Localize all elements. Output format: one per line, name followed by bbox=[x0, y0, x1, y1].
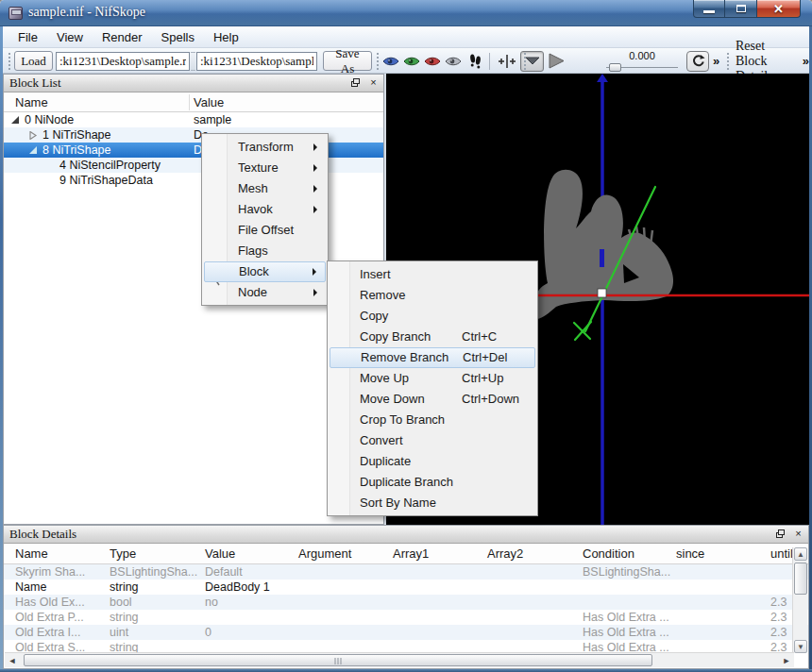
submenu-item-remove[interactable]: Remove bbox=[330, 285, 535, 306]
collapsed-arrow-icon[interactable] bbox=[29, 131, 38, 140]
close-button[interactable]: ✕ bbox=[757, 0, 801, 18]
loop-icon bbox=[691, 54, 705, 68]
vertical-scrollbar[interactable]: ▲ ▼ bbox=[792, 547, 807, 653]
submenu-item-copy[interactable]: Copy bbox=[330, 306, 535, 327]
toolbar-grip[interactable] bbox=[8, 52, 11, 70]
maximize-button[interactable] bbox=[725, 0, 757, 18]
table-row[interactable]: Name string DeadBody 1 bbox=[4, 580, 808, 595]
scroll-up-button[interactable]: ▲ bbox=[794, 547, 807, 561]
minimize-icon bbox=[703, 10, 715, 13]
block-details-panel: Block Details × Name Type Value Argument… bbox=[3, 525, 809, 669]
scrollbar-thumb[interactable] bbox=[794, 563, 807, 595]
scroll-down-button[interactable]: ▼ bbox=[794, 640, 807, 653]
menu-item-node[interactable]: Node bbox=[204, 282, 326, 303]
nifskope-window: sample.nif - NifSkope ✕ File View Render… bbox=[0, 0, 812, 672]
submenu-item-move-up[interactable]: Move UpCtrl+Up bbox=[330, 368, 535, 389]
toolbar-grip[interactable] bbox=[523, 52, 527, 70]
menu-item-havok[interactable]: Havok bbox=[204, 199, 326, 220]
vertex-mode-icon[interactable] bbox=[498, 54, 516, 69]
close-icon: × bbox=[370, 76, 376, 89]
scroll-right-button[interactable]: ► bbox=[781, 655, 792, 666]
submenu-arrow-icon bbox=[313, 206, 317, 213]
toolbar-grip[interactable] bbox=[376, 52, 380, 70]
submenu-item-duplicate-branch[interactable]: Duplicate Branch bbox=[330, 472, 535, 493]
menu-help[interactable]: Help bbox=[204, 28, 248, 46]
eye-gray-icon[interactable] bbox=[445, 56, 462, 67]
menu-item-transform[interactable]: Transform bbox=[204, 137, 326, 158]
block-details-titlebar[interactable]: Block Details × bbox=[4, 526, 808, 544]
menu-item-flags[interactable]: Flags bbox=[204, 241, 326, 261]
col-since[interactable]: since bbox=[676, 546, 704, 561]
col-array2[interactable]: Array2 bbox=[487, 546, 523, 561]
load-button[interactable]: Load bbox=[14, 51, 53, 71]
horizontal-scrollbar[interactable]: ◄ ► bbox=[5, 652, 794, 667]
submenu-item-remove-branch[interactable]: Remove BranchCtrl+Del bbox=[330, 347, 535, 368]
col-value[interactable]: Value bbox=[205, 546, 235, 561]
menu-view[interactable]: View bbox=[47, 28, 93, 46]
column-divider[interactable] bbox=[189, 94, 190, 110]
col-type[interactable]: Type bbox=[110, 546, 136, 561]
menu-spells[interactable]: Spells bbox=[152, 28, 204, 46]
col-array1[interactable]: Array1 bbox=[393, 546, 429, 561]
submenu-item-copy-branch[interactable]: Copy BranchCtrl+C bbox=[330, 327, 535, 347]
submenu-item-move-down[interactable]: Move DownCtrl+Down bbox=[330, 389, 535, 410]
eye-blue-icon[interactable] bbox=[382, 56, 399, 67]
save-as-button[interactable]: Save As bbox=[323, 51, 372, 71]
float-panel-button[interactable] bbox=[774, 528, 787, 540]
float-panel-button[interactable] bbox=[349, 76, 362, 89]
close-panel-button[interactable]: × bbox=[792, 528, 804, 540]
submenu-arrow-icon bbox=[313, 268, 316, 276]
menu-item-block[interactable]: Block bbox=[204, 261, 326, 282]
block-submenu: Insert Remove Copy Copy BranchCtrl+C Rem… bbox=[327, 260, 538, 516]
column-header-name[interactable]: Name bbox=[15, 95, 48, 109]
path-splitter[interactable] bbox=[191, 52, 195, 71]
expanded-arrow-icon[interactable] bbox=[29, 146, 38, 155]
play-icon[interactable] bbox=[549, 53, 565, 69]
scrollbar-thumb[interactable] bbox=[24, 654, 652, 666]
col-condition[interactable]: Condition bbox=[583, 546, 634, 561]
eye-green-icon[interactable] bbox=[403, 56, 420, 67]
col-argument[interactable]: Argument bbox=[298, 546, 351, 561]
submenu-item-duplicate[interactable]: Duplicate bbox=[330, 451, 535, 472]
block-list-titlebar[interactable]: Block List × bbox=[4, 75, 383, 92]
maximize-icon bbox=[736, 5, 746, 12]
block-list-header: Name Value bbox=[4, 92, 383, 112]
menu-file[interactable]: File bbox=[8, 28, 47, 46]
submenu-item-insert[interactable]: Insert bbox=[330, 264, 535, 285]
submenu-item-crop-to-branch[interactable]: Crop To Branch bbox=[330, 410, 535, 430]
menu-item-mesh[interactable]: Mesh bbox=[204, 178, 326, 199]
toolbar: Load Save As 0.000 bbox=[3, 48, 809, 74]
minimize-button[interactable] bbox=[693, 0, 725, 18]
menu-render[interactable]: Render bbox=[93, 28, 152, 46]
loop-button[interactable] bbox=[686, 51, 709, 72]
overflow-chevron-icon[interactable]: » bbox=[803, 54, 809, 68]
window-title: sample.nif - NifSkope bbox=[28, 5, 145, 20]
tree-row-0-ninode[interactable]: 0 NiNode sample bbox=[4, 112, 383, 127]
menu-item-texture[interactable]: Texture bbox=[204, 158, 326, 178]
load-path-input[interactable] bbox=[56, 52, 190, 71]
column-header-value[interactable]: Value bbox=[194, 95, 224, 109]
table-row[interactable]: Old Extra P... string Has Old Extra ... … bbox=[4, 610, 808, 625]
title-bar[interactable]: sample.nif - NifSkope ✕ bbox=[0, 0, 812, 26]
table-row[interactable]: Has Old Ex... bool no 2.3 bbox=[4, 595, 808, 610]
eye-red-icon[interactable] bbox=[424, 56, 441, 67]
context-menu: Transform Texture Mesh Havok File Offset… bbox=[201, 133, 329, 306]
table-row[interactable]: Old Extra I... uint 0 Has Old Extra ... … bbox=[4, 625, 808, 640]
footprints-icon[interactable] bbox=[469, 53, 482, 69]
submenu-item-sort-by-name[interactable]: Sort By Name bbox=[330, 493, 535, 513]
block-details-rows: Skyrim Sha... BSLightingSha... Default B… bbox=[4, 564, 808, 655]
save-path-input[interactable] bbox=[196, 52, 317, 71]
scroll-left-button[interactable]: ◄ bbox=[7, 655, 18, 666]
overflow-chevron-icon[interactable]: » bbox=[713, 54, 719, 68]
submenu-item-convert[interactable]: Convert bbox=[330, 430, 535, 451]
close-panel-button[interactable]: × bbox=[367, 76, 380, 89]
float-icon bbox=[776, 529, 785, 538]
col-name[interactable]: Name bbox=[15, 546, 48, 561]
toolbar-grip[interactable] bbox=[726, 52, 730, 70]
animation-slider[interactable]: 0.000 bbox=[604, 49, 680, 74]
slider-thumb[interactable] bbox=[609, 63, 621, 72]
menu-item-file-offset[interactable]: File Offset bbox=[204, 220, 326, 241]
col-until[interactable]: until bbox=[770, 546, 793, 561]
expanded-arrow-icon[interactable] bbox=[11, 116, 20, 125]
table-row[interactable]: Skyrim Sha... BSLightingSha... Default B… bbox=[4, 564, 808, 580]
